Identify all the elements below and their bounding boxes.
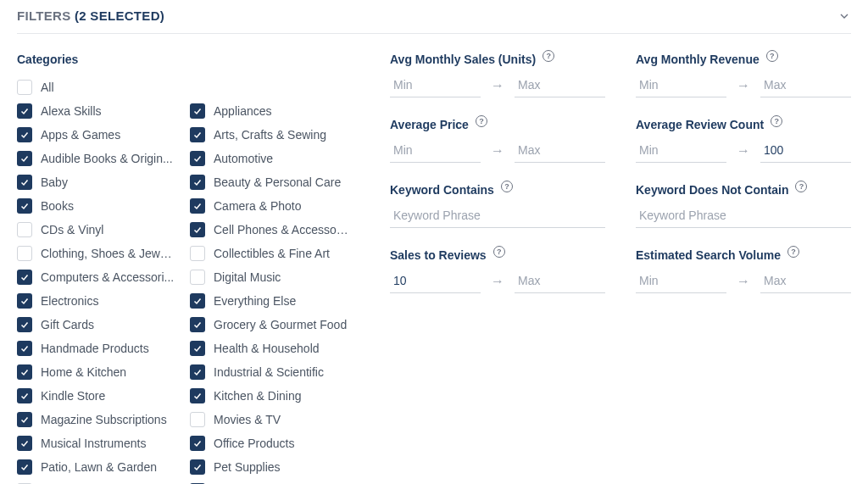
help-icon[interactable]: ? — [795, 181, 807, 192]
min-input[interactable] — [390, 269, 481, 293]
checkbox[interactable] — [190, 293, 205, 309]
max-input[interactable] — [515, 73, 605, 97]
checkbox[interactable] — [190, 127, 205, 142]
checkbox[interactable] — [17, 270, 32, 285]
checkbox[interactable] — [190, 341, 205, 356]
checkbox[interactable] — [17, 222, 32, 237]
min-input[interactable] — [636, 73, 726, 97]
help-icon[interactable]: ? — [542, 50, 554, 62]
category-row[interactable]: Arts, Crafts & Sewing — [190, 125, 356, 144]
checkbox[interactable] — [190, 364, 205, 380]
category-row[interactable]: Clothing, Shoes & Jewel... — [17, 244, 183, 263]
category-row[interactable]: Books — [17, 197, 183, 215]
category-label: Collectibles & Fine Art — [214, 247, 330, 260]
category-row[interactable]: Home & Kitchen — [17, 363, 183, 381]
chevron-down-icon[interactable] — [837, 9, 851, 23]
category-row[interactable]: Camera & Photo — [190, 197, 356, 215]
max-input[interactable] — [760, 138, 851, 163]
category-row[interactable]: Industrial & Scientific — [190, 363, 356, 381]
category-row[interactable]: Everything Else — [190, 292, 356, 310]
checkbox[interactable] — [190, 388, 205, 403]
checkbox[interactable] — [190, 175, 205, 190]
category-row[interactable]: Office Products — [190, 434, 356, 453]
category-row[interactable]: Grocery & Gourmet Food — [190, 315, 356, 334]
category-row[interactable]: Handmade Products — [17, 339, 183, 358]
checkbox[interactable] — [190, 436, 205, 451]
checkbox[interactable] — [17, 175, 32, 190]
filter-group: Keyword Does Not Contain? — [636, 183, 851, 228]
category-row[interactable]: Collectibles & Fine Art — [190, 244, 356, 263]
category-row[interactable]: Pet Supplies — [190, 458, 356, 476]
arrow-right-icon: → — [733, 78, 754, 93]
checkbox[interactable] — [17, 317, 32, 332]
category-row[interactable]: Musical Instruments — [17, 434, 183, 453]
category-row[interactable]: Baby — [17, 173, 183, 192]
category-row[interactable]: Audible Books & Origin... — [17, 149, 183, 168]
category-row[interactable]: Electronics — [17, 292, 183, 310]
category-row[interactable]: Magazine Subscriptions — [17, 410, 183, 429]
checkbox[interactable] — [190, 103, 205, 119]
category-row[interactable]: Appliances — [190, 102, 356, 120]
checkbox[interactable] — [17, 293, 32, 309]
category-row[interactable]: Automotive — [190, 149, 356, 168]
category-row[interactable]: Computers & Accessori... — [17, 268, 183, 287]
category-row[interactable]: Kitchen & Dining — [190, 387, 356, 405]
checkbox[interactable] — [17, 459, 32, 475]
help-icon[interactable]: ? — [771, 115, 782, 127]
checkbox[interactable] — [17, 127, 32, 142]
category-label: Automotive — [214, 152, 273, 165]
text-input[interactable] — [636, 203, 851, 228]
checkbox[interactable] — [17, 436, 32, 451]
help-icon[interactable]: ? — [787, 246, 799, 258]
checkbox[interactable] — [190, 198, 205, 214]
checkbox[interactable] — [190, 151, 205, 166]
help-icon[interactable]: ? — [493, 246, 505, 258]
category-all-row[interactable]: All — [17, 78, 356, 97]
category-row[interactable]: Apps & Games — [17, 125, 183, 144]
category-row[interactable]: Health & Household — [190, 339, 356, 358]
category-row[interactable]: Beauty & Personal Care — [190, 173, 356, 192]
checkbox[interactable] — [17, 198, 32, 214]
categories-panel: Categories All Alexa SkillsAppliancesApp… — [17, 53, 356, 484]
checkbox[interactable] — [190, 459, 205, 475]
category-row[interactable]: Kindle Store — [17, 387, 183, 405]
checkbox[interactable] — [17, 412, 32, 427]
checkbox[interactable] — [17, 364, 32, 380]
min-input[interactable] — [390, 73, 481, 97]
filters-header[interactable]: FILTERS (2 SELECTED) — [17, 8, 851, 34]
checkbox-all[interactable] — [17, 80, 32, 95]
category-row[interactable]: Alexa Skills — [17, 102, 183, 120]
category-row[interactable]: CDs & Vinyl — [17, 220, 183, 239]
min-input[interactable] — [636, 138, 726, 163]
category-label: Gift Cards — [41, 318, 94, 331]
max-input[interactable] — [515, 138, 605, 163]
min-input[interactable] — [636, 269, 726, 293]
max-input[interactable] — [760, 73, 851, 97]
checkbox[interactable] — [17, 103, 32, 119]
category-label: CDs & Vinyl — [41, 223, 103, 236]
checkbox[interactable] — [190, 412, 205, 427]
category-row[interactable]: Movies & TV — [190, 410, 356, 429]
category-label: Computers & Accessori... — [41, 270, 174, 284]
category-row[interactable]: Gift Cards — [17, 315, 183, 334]
checkbox[interactable] — [190, 270, 205, 285]
checkbox[interactable] — [190, 246, 205, 261]
text-input[interactable] — [390, 203, 605, 228]
checkbox[interactable] — [17, 341, 32, 356]
min-input[interactable] — [390, 138, 481, 163]
help-icon[interactable]: ? — [766, 50, 778, 62]
help-icon[interactable]: ? — [476, 115, 487, 127]
category-label: Apps & Games — [41, 128, 120, 142]
checkbox[interactable] — [190, 222, 205, 237]
checkbox[interactable] — [190, 317, 205, 332]
max-input[interactable] — [760, 269, 851, 293]
category-row[interactable]: Cell Phones & Accessori... — [190, 220, 356, 239]
help-icon[interactable]: ? — [501, 181, 513, 192]
category-label: Musical Instruments — [41, 437, 146, 450]
checkbox[interactable] — [17, 246, 32, 261]
category-row[interactable]: Digital Music — [190, 268, 356, 287]
max-input[interactable] — [515, 269, 605, 293]
checkbox[interactable] — [17, 388, 32, 403]
category-row[interactable]: Patio, Lawn & Garden — [17, 458, 183, 476]
checkbox[interactable] — [17, 151, 32, 166]
